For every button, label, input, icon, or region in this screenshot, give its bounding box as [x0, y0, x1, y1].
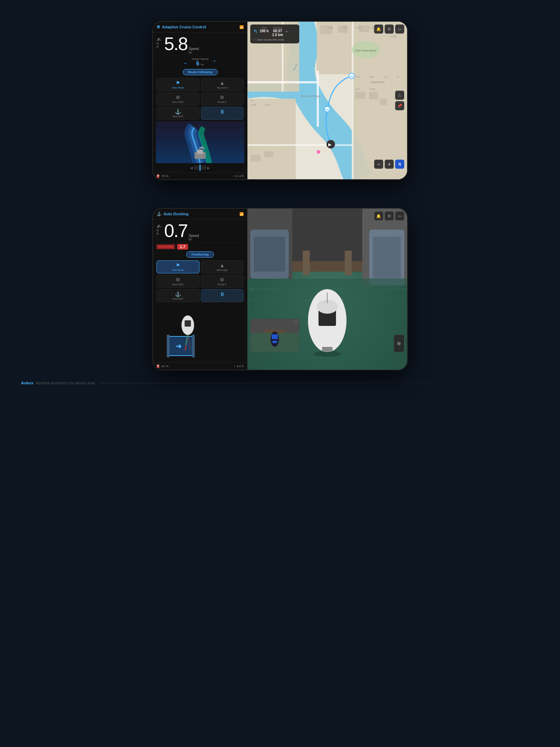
fav-label: Save as favorite route	[257, 38, 284, 41]
depth-icon-2: ↕	[234, 364, 236, 368]
svg-rect-55	[185, 320, 191, 327]
target-value: 6	[196, 61, 200, 67]
notification-btn-1[interactable]: 🔔	[374, 25, 383, 34]
pause-btn-1[interactable]: ⏸	[201, 107, 244, 120]
layout-btn-1[interactable]: ▭	[395, 25, 404, 34]
fuel-icon-1: ⛽	[156, 174, 160, 178]
gear-r-2: R	[156, 232, 161, 236]
auto-acr-icon-1: ⚓	[175, 109, 181, 114]
settings-btn-2[interactable]: ⚙	[385, 211, 394, 221]
depth-value-2: 4.6 ft	[237, 364, 244, 368]
map-area-1: Park View Island Bay Dr iBay Drive Bridg…	[247, 22, 407, 179]
slider-left-btn[interactable]: ◀	[190, 166, 193, 170]
panel-footer-1: ⛽ 79 % ↕ 12.4 ft	[153, 172, 247, 180]
pause-btn-2[interactable]: ⏸	[201, 289, 244, 302]
expand-icon-2[interactable]: ↔	[250, 287, 254, 292]
layout-btn-2[interactable]: ▭	[395, 211, 404, 221]
s-bar-3	[198, 166, 199, 170]
s-bar-1	[194, 166, 195, 170]
auto-acr-label-2: Auto ACR	[173, 298, 183, 300]
svg-text:2780: 2780	[264, 103, 271, 106]
alert-btn[interactable]: ⚠	[395, 91, 404, 100]
footer-line	[99, 383, 539, 383]
svg-rect-23	[380, 99, 387, 105]
nav-stats: ETA 100 h Remain 00:37 1.5 km	[260, 27, 283, 37]
turn-icon: ↰	[253, 28, 258, 35]
gear-f-2: -F-	[156, 224, 161, 229]
gear-f: -F-	[156, 37, 161, 42]
auto-hdg-btn-2[interactable]: ⚙ Auto HDG	[156, 275, 200, 288]
camera-top-actions: 🔔 ⚙ ▭	[374, 211, 404, 221]
eta-stat: ETA 100 h	[260, 27, 269, 37]
target-label: Target Speed	[192, 57, 209, 61]
auto-acr-btn-1[interactable]: ⚓ Auto ACR	[156, 107, 200, 120]
caution-label: CAUTION	[156, 244, 175, 249]
gear-info-1: -F- N R	[156, 35, 161, 49]
slider-bar-1	[194, 165, 206, 171]
fuel-value-1: 79 %	[161, 174, 169, 178]
speed-unit-block-2: Speed kn	[189, 231, 199, 241]
thumb-expand-icon[interactable]: ⛶	[294, 321, 298, 324]
map-side-controls: ⚠ 📌	[395, 91, 404, 110]
route-x-label-2: Route X	[218, 283, 226, 286]
auto-hdg-btn[interactable]: ⚙ Auto HDG	[156, 92, 200, 105]
nav-row1: ↰ ETA 100 h Remain 00:37 1.5 km	[253, 27, 296, 37]
svg-text:Raymond St: Raymond St	[371, 81, 385, 84]
speed-display-2: 0.7 Speed kn	[164, 222, 199, 241]
auto-mode-label-2: Auto Mode	[172, 269, 184, 271]
panel-title-2: ⚓ Auto Docking	[156, 211, 189, 216]
route-x-btn-2[interactable]: ⚙ Route X	[201, 275, 244, 288]
depth-icon-1: ↕	[232, 174, 234, 178]
s-bar-2	[196, 166, 197, 170]
auto-mode-btn[interactable]: ⚑ Auto Mode	[156, 78, 200, 91]
remain-label: Remain	[272, 27, 283, 29]
zoom-minus-btn[interactable]: −	[374, 160, 383, 169]
eta-label: ETA	[260, 27, 269, 29]
speed-value-2: 0.7	[164, 222, 187, 240]
wifi-icon: 📶	[239, 25, 244, 29]
north-btn-1[interactable]: N	[395, 160, 404, 169]
acc-icon: ⚙	[156, 25, 160, 29]
tablet-2: ⚓ Auto Docking 📶 -F- N R 0.7 Speed kn	[152, 208, 408, 370]
slider-right-btn[interactable]: ▶	[207, 166, 210, 170]
auto-mode-btn-2[interactable]: ⚑ Auto Mode	[156, 260, 200, 273]
pause-icon-1: ⏸	[219, 109, 225, 115]
svg-text:8: 8	[397, 75, 399, 78]
svg-text:7200: 7200	[369, 88, 376, 91]
auto-hdg-label-2: Auto HDG	[172, 283, 183, 286]
app-footer: Avikus Maritime Autonomy for leisure boa…	[0, 381, 560, 385]
fav-row[interactable]: ☆ Save as favorite route	[253, 38, 296, 41]
settings-btn-1[interactable]: ⚙	[385, 25, 394, 34]
speed-display-1: 5.8 Speed kn	[164, 35, 199, 54]
svg-rect-19	[250, 155, 261, 162]
route-x-btn-1[interactable]: ⚙ Route X	[201, 92, 244, 105]
svg-rect-20	[264, 151, 273, 158]
expand-icon-1[interactable]: ↔	[250, 98, 254, 103]
svg-text:821: 821	[355, 88, 360, 91]
pin-btn[interactable]: 📌	[395, 101, 404, 110]
svg-rect-52	[167, 335, 170, 357]
notification-btn-2[interactable]: 🔔	[374, 211, 383, 221]
fuel-value-2: 42 %	[161, 364, 169, 368]
auto-acr-btn-2[interactable]: ⚓ Auto ACR	[156, 289, 200, 302]
speed-down-btn[interactable]: ⌄	[183, 60, 188, 65]
svg-rect-72	[322, 347, 332, 351]
map-actions-1: 🔔 ⚙ ▭	[374, 25, 404, 34]
auto-mode-icon: ⚑	[176, 80, 180, 86]
speed-section-1: -F- N R 5.8 Speed kn	[153, 33, 247, 56]
speed-up-btn[interactable]: ⌃	[212, 60, 217, 65]
svg-text:2790: 2790	[250, 103, 257, 106]
birds-eye-btn[interactable]: ▲ Bird's Eye	[201, 260, 244, 273]
auto-mode-label: Auto Mode	[172, 86, 184, 89]
birds-eye-label: Bird's Eye	[217, 269, 227, 271]
gear-n: N	[156, 42, 161, 45]
svg-text:820: 820	[369, 75, 374, 78]
compass-btn[interactable]: ⊕	[394, 335, 404, 352]
edit-icon[interactable]: ✏	[285, 30, 288, 34]
auto-acr-label-1: Auto ACR	[173, 115, 183, 118]
remain-stat: Remain 00:37 1.5 km	[272, 27, 283, 37]
zoom-plus-btn[interactable]: +	[385, 160, 394, 169]
camera-thumbnail: ⛶	[250, 319, 299, 352]
top-down-btn[interactable]: ▲ Top Down	[201, 78, 244, 91]
slider-row-1: ◀ ▶	[153, 163, 247, 172]
